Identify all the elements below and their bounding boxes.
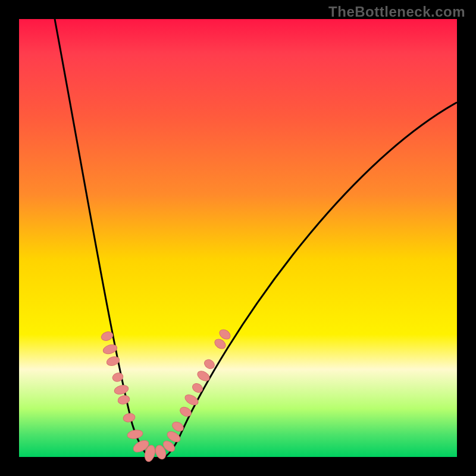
curve-marker	[127, 429, 143, 440]
chart-svg	[19, 19, 457, 457]
curve-marker	[114, 384, 130, 396]
curve-marker	[171, 420, 185, 433]
marker-layer	[100, 328, 232, 463]
plot-area	[19, 19, 457, 457]
curve-marker	[178, 405, 193, 418]
curve-marker	[117, 394, 131, 405]
curve-marker	[123, 412, 136, 423]
chart-frame: TheBottleneck.com	[0, 0, 476, 476]
watermark-text: TheBottleneck.com	[328, 4, 465, 20]
curve-marker	[183, 393, 200, 407]
main-curve	[55, 19, 457, 460]
